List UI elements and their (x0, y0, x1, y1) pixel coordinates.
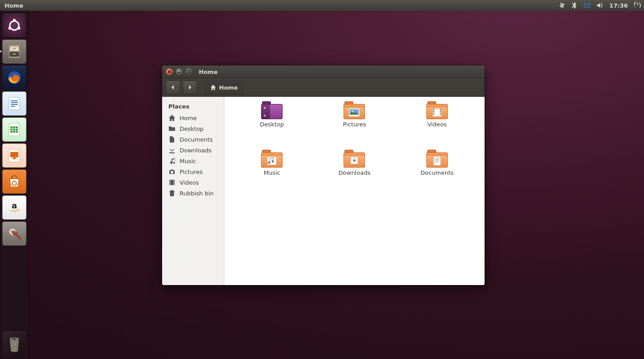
launcher-files[interactable] (2, 39, 26, 64)
wrench-gear-icon (6, 225, 22, 242)
breadcrumb-home[interactable]: Home (205, 81, 243, 94)
sidebar-item-trash[interactable]: Rubbish bin (162, 188, 224, 199)
sidebar-item-desktop[interactable]: Desktop (162, 123, 224, 134)
folder-desktop[interactable]: Desktop (243, 101, 301, 146)
svg-rect-10 (9, 97, 20, 110)
writer-icon (7, 96, 22, 111)
desktop-folder-icon (168, 125, 176, 132)
svg-point-2 (17, 27, 20, 30)
svg-rect-14 (11, 104, 18, 105)
sidebar-item-videos[interactable]: Videos (162, 177, 224, 188)
running-pip-icon (0, 51, 1, 52)
file-label: Music (264, 169, 280, 176)
firefox-icon (6, 69, 23, 86)
sound-indicator-icon[interactable] (593, 0, 606, 11)
panel-app-title[interactable]: Home (0, 2, 27, 9)
sidebar-item-label: Downloads (180, 147, 211, 154)
svg-point-1 (13, 19, 16, 22)
launcher-dock: a (0, 11, 29, 359)
svg-rect-24 (10, 131, 13, 133)
launcher-impress[interactable] (2, 143, 26, 168)
file-label: Pictures (343, 121, 366, 128)
camera-icon (168, 168, 176, 175)
folder-documents[interactable]: Documents (408, 150, 466, 195)
svg-rect-41 (8, 231, 9, 233)
svg-rect-52 (433, 113, 434, 115)
svg-rect-18 (10, 126, 13, 128)
svg-rect-53 (440, 109, 441, 110)
sidebar-item-documents[interactable]: Documents (162, 134, 224, 145)
svg-rect-20 (16, 126, 18, 128)
sidebar-item-downloads[interactable]: Downloads (162, 145, 224, 156)
ubuntu-logo-icon (7, 18, 22, 33)
folder-icon (426, 150, 448, 168)
trash-icon (6, 334, 23, 352)
file-label: Documents (421, 169, 454, 176)
launcher-amazon[interactable]: a (2, 195, 26, 220)
network-indicator-icon[interactable] (556, 0, 568, 11)
svg-point-34 (15, 184, 17, 185)
svg-rect-8 (13, 48, 16, 49)
launcher-calc[interactable] (2, 117, 26, 142)
folder-icon (343, 150, 365, 168)
svg-rect-19 (13, 126, 15, 128)
folder-icon (261, 150, 283, 168)
sidebar-item-label: Music (180, 158, 196, 164)
svg-rect-45 (188, 70, 190, 73)
window-maximize-button[interactable] (185, 68, 193, 75)
nav-back-button[interactable] (166, 81, 180, 94)
window-minimize-button[interactable] (176, 68, 183, 75)
folder-videos[interactable]: Videos (408, 101, 466, 146)
launcher-settings[interactable] (2, 221, 26, 246)
svg-rect-29 (10, 152, 18, 157)
sidebar-item-label: Pictures (180, 169, 202, 175)
breadcrumb-label: Home (219, 84, 238, 91)
film-icon (168, 179, 176, 186)
svg-rect-39 (12, 227, 13, 229)
file-grid[interactable]: Desktop Pictures V (224, 97, 485, 285)
sidebar-item-label: Videos (180, 179, 199, 186)
clock-indicator[interactable]: 17:36 (606, 2, 631, 9)
folder-icon (261, 101, 283, 119)
sidebar-item-label: Rubbish bin (180, 190, 214, 197)
svg-rect-12 (11, 100, 18, 101)
shopping-bag-icon (6, 173, 22, 190)
bluetooth-indicator-icon[interactable] (568, 0, 581, 11)
svg-rect-21 (10, 129, 13, 130)
folder-music[interactable]: Music (243, 150, 301, 195)
nav-forward-button[interactable] (183, 81, 197, 94)
launcher-trash[interactable] (2, 331, 26, 355)
launcher-firefox[interactable] (2, 65, 26, 90)
download-icon (168, 147, 176, 154)
sidebar-item-music[interactable]: Music (162, 156, 224, 166)
sidebar-item-pictures[interactable]: Pictures (162, 166, 224, 177)
svg-rect-31 (13, 157, 15, 159)
sidebar-item-label: Home (180, 115, 197, 121)
sidebar-item-home[interactable]: Home (162, 112, 224, 123)
svg-point-35 (12, 184, 13, 185)
folder-downloads[interactable]: Downloads (325, 150, 383, 195)
sidebar-item-label: Documents (180, 136, 213, 143)
launcher-software-center[interactable] (2, 169, 26, 194)
window-close-button[interactable] (166, 68, 173, 75)
svg-rect-22 (13, 129, 15, 130)
amazon-icon: a (6, 199, 22, 216)
top-panel: Home 17:36 (0, 0, 644, 11)
folder-pictures[interactable]: Pictures (325, 101, 383, 146)
session-indicator-icon[interactable] (631, 0, 644, 11)
messaging-indicator-icon[interactable] (581, 0, 593, 11)
calc-icon (7, 122, 22, 137)
svg-text:a: a (11, 201, 17, 210)
launcher-dash[interactable] (2, 13, 26, 38)
svg-rect-40 (12, 235, 13, 237)
file-label: Videos (427, 121, 447, 128)
launcher-writer[interactable] (2, 91, 26, 116)
window-titlebar[interactable]: Home (162, 65, 485, 78)
svg-point-3 (8, 27, 11, 30)
home-icon (168, 114, 176, 121)
file-cabinet-icon (6, 43, 22, 60)
document-icon (168, 136, 176, 143)
file-label: Downloads (339, 169, 370, 176)
trash-icon (168, 190, 176, 197)
svg-rect-54 (440, 111, 441, 112)
